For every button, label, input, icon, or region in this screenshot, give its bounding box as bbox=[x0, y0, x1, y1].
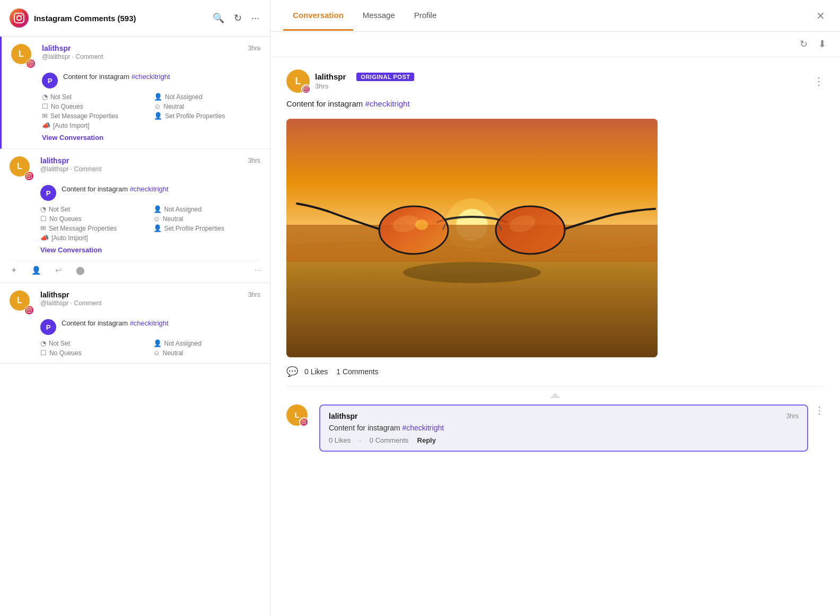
sentiment-prop-2: ☺Neutral bbox=[153, 215, 261, 223]
right-toolbar: ↻ ⬇ bbox=[270, 32, 840, 57]
profile-props: 👤Set Profile Properties bbox=[154, 112, 260, 120]
queues-prop: ☐No Queues bbox=[42, 102, 148, 110]
svg-point-11 bbox=[415, 219, 428, 230]
auto-import-2: 📣[Auto Import] bbox=[40, 234, 148, 242]
likes-count: 0 Likes bbox=[304, 367, 328, 376]
platform-badge bbox=[26, 59, 36, 68]
status-prop: ◔Not Set bbox=[42, 93, 148, 101]
more-options-button[interactable]: ··· bbox=[250, 12, 260, 25]
comment-more-button[interactable]: ⋮ bbox=[815, 404, 824, 416]
msg-props: ✉Set Message Properties bbox=[42, 112, 148, 120]
instagram-icon bbox=[10, 8, 29, 28]
tab-message[interactable]: Message bbox=[353, 1, 405, 31]
queues-prop-2: ☐No Queues bbox=[40, 215, 148, 223]
comment-footer: 0 Likes · 0 Comments Reply bbox=[329, 436, 799, 444]
auto-import: 📣[Auto Import] bbox=[42, 121, 148, 129]
conversation-list: L lalithspr 3hrs @lalithspr · Comment bbox=[0, 37, 270, 616]
post-hashtag: #checkitright bbox=[365, 99, 409, 108]
assign-btn[interactable]: 👤 bbox=[30, 265, 42, 276]
right-tabs: Conversation Message Profile ✕ bbox=[270, 0, 840, 32]
user-row-2: lalithspr 3hrs bbox=[40, 156, 260, 165]
user-row: lalithspr 3hrs bbox=[42, 44, 260, 52]
avatar-stack-3: L bbox=[10, 291, 34, 315]
post-text: Content for instagram #checkitright bbox=[286, 98, 824, 110]
post-more-button[interactable]: ⋮ bbox=[813, 75, 824, 87]
subline-2: @lalithspr · Comment bbox=[40, 165, 260, 173]
status-prop-3: ◔Not Set bbox=[40, 339, 148, 347]
toolbar-bookmark[interactable]: ⬇ bbox=[817, 37, 827, 51]
reply-btn[interactable]: ↩ bbox=[54, 265, 63, 276]
right-panel: Conversation Message Profile ✕ ↻ ⬇ L lal… bbox=[270, 0, 840, 616]
comment-time: 3hrs bbox=[786, 412, 799, 420]
assigned-prop-2: 👤Not Assigned bbox=[153, 205, 261, 213]
divider bbox=[286, 386, 824, 386]
post-platform-badge bbox=[301, 84, 311, 94]
message-2: Content for instagram #checkitright bbox=[62, 185, 169, 193]
properties-2: ◔Not Set 👤Not Assigned ☐No Queues ☺Neutr… bbox=[40, 205, 260, 242]
conversation-item-3[interactable]: L lalithspr 3hrs @lalithspr · Comment bbox=[0, 283, 270, 364]
more-footer-2[interactable]: ··· bbox=[255, 266, 261, 275]
avatar-stack-2: L bbox=[10, 156, 34, 181]
post-meta: lalithspr ORIGINAL POST 3hrs bbox=[315, 72, 414, 90]
assigned-prop-3: 👤Not Assigned bbox=[153, 339, 261, 347]
reply-button[interactable]: Reply bbox=[417, 436, 436, 444]
close-button[interactable]: ✕ bbox=[814, 7, 827, 24]
left-header: Instagram Comments (593) 🔍 ↻ ··· bbox=[0, 0, 270, 37]
comment-hashtag: #checkitright bbox=[402, 424, 444, 432]
conv-meta-3: lalithspr 3hrs @lalithspr · Comment bbox=[40, 291, 260, 307]
conv-meta-2: lalithspr 3hrs @lalithspr · Comment bbox=[40, 156, 260, 173]
p-avatar: P bbox=[42, 73, 58, 89]
header-icons: 🔍 ↻ ··· bbox=[212, 11, 260, 25]
comment-likes: 0 Likes bbox=[329, 436, 351, 444]
conversation-item-2[interactable]: L lalithspr 3hrs @lalithspr · Comment bbox=[0, 149, 270, 283]
svg-point-5 bbox=[379, 206, 448, 254]
username-3: lalithspr bbox=[40, 291, 69, 299]
svg-rect-3 bbox=[286, 225, 658, 267]
sparkle-btn[interactable]: ✦ bbox=[10, 265, 19, 276]
status-prop-2: ◔Not Set bbox=[40, 205, 148, 213]
item-header: L lalithspr 3hrs @lalithspr · Comment bbox=[11, 44, 260, 68]
hashtag-3: #checkitright bbox=[130, 319, 169, 327]
username-1: lalithspr bbox=[42, 44, 71, 52]
sentiment-prop-3: ☺Neutral bbox=[153, 349, 261, 357]
item-header-2: L lalithspr 3hrs @lalithspr · Comment bbox=[10, 156, 260, 181]
refresh-button[interactable]: ↻ bbox=[233, 11, 243, 25]
queues-prop-3: ☐No Queues bbox=[40, 349, 148, 357]
msg-props-2: ✉Set Message Properties bbox=[40, 224, 148, 232]
comment-bubble: lalithspr 3hrs Content for instagram #ch… bbox=[319, 404, 808, 452]
comment-username: lalithspr bbox=[329, 412, 357, 420]
tab-conversation[interactable]: Conversation bbox=[283, 1, 353, 31]
time-3: 3hrs bbox=[248, 291, 260, 298]
view-conversation-link-1[interactable]: View Conversation bbox=[42, 134, 103, 142]
tab-profile[interactable]: Profile bbox=[405, 1, 447, 31]
message-1: Content for instagram #checkitright bbox=[63, 73, 170, 81]
search-button[interactable]: 🔍 bbox=[212, 11, 225, 25]
original-post-badge: ORIGINAL POST bbox=[356, 73, 414, 81]
conversation-content: L lalithspr ORIGINAL POST 3hrs ⋮ Content… bbox=[270, 57, 840, 616]
message-3: Content for instagram #checkitright bbox=[62, 319, 169, 327]
post-stats: 💬 0 Likes 1 Comments bbox=[286, 366, 824, 377]
platform-badge-3 bbox=[24, 305, 34, 315]
channel-title: Instagram Comments (593) bbox=[34, 14, 212, 23]
assigned-prop: 👤Not Assigned bbox=[154, 93, 260, 101]
exit-btn[interactable]: ⬤ bbox=[75, 265, 86, 276]
toolbar-refresh[interactable]: ↻ bbox=[799, 37, 809, 51]
left-panel: Instagram Comments (593) 🔍 ↻ ··· L bbox=[0, 0, 270, 616]
sentiment-prop: ☺Neutral bbox=[154, 102, 260, 110]
hashtag: #checkitright bbox=[132, 73, 170, 81]
comments-count: 1 Comments bbox=[336, 367, 378, 376]
item-more-1[interactable]: ··· bbox=[255, 44, 261, 54]
conversation-item-1[interactable]: L lalithspr 3hrs @lalithspr · Comment bbox=[0, 37, 270, 149]
svg-point-12 bbox=[403, 262, 541, 283]
comment-text: Content for instagram #checkitright bbox=[329, 424, 799, 432]
svg-point-7 bbox=[496, 206, 565, 254]
view-conversation-link-2[interactable]: View Conversation bbox=[40, 246, 102, 254]
comment-section: L lalithspr 3hrs Content for instagram #… bbox=[286, 404, 824, 452]
user-row-3: lalithspr 3hrs bbox=[40, 291, 260, 299]
profile-props-2: 👤Set Profile Properties bbox=[153, 224, 261, 232]
message-row-1: P Content for instagram #checkitright bbox=[42, 73, 260, 89]
post-image bbox=[286, 119, 658, 357]
actions-row-2: View Conversation bbox=[40, 245, 260, 254]
actions-row-1: View Conversation bbox=[42, 133, 260, 142]
subline-1: @lalithspr · Comment bbox=[42, 53, 260, 60]
